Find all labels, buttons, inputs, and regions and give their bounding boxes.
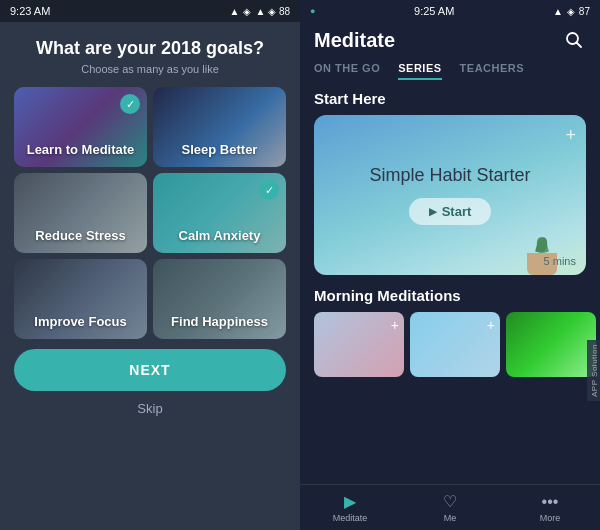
goal-card-sleep[interactable]: Sleep Better (153, 87, 286, 167)
featured-plus-icon[interactable]: + (565, 125, 576, 146)
left-content: What are your 2018 goals? Choose as many… (0, 22, 300, 530)
tabs-row: ON THE GO SERIES TEACHERS (300, 52, 600, 80)
status-icons-right: ▲ ◈ 87 (553, 6, 590, 17)
goals-subtitle: Choose as many as you like (81, 63, 219, 75)
mini-card-2[interactable]: + (410, 312, 500, 377)
nav-me-label: Me (444, 513, 457, 523)
card-label-sleep: Sleep Better (182, 142, 258, 167)
goal-card-meditate[interactable]: ✓ Learn to Meditate (14, 87, 147, 167)
card-label-stress: Reduce Stress (35, 228, 125, 253)
meditate-title: Meditate (314, 29, 395, 52)
signal-icon-right: ▲ (553, 6, 563, 17)
mini-bg-3 (506, 312, 596, 377)
mini-cards-row: + + (314, 312, 586, 377)
start-label: Start (442, 204, 472, 219)
nav-meditate-icon: ▶ (344, 492, 356, 511)
next-button[interactable]: NEXT (14, 349, 286, 391)
nav-more-label: More (540, 513, 561, 523)
time-right: 9:25 AM (414, 5, 454, 17)
nav-meditate-label: Meditate (333, 513, 368, 523)
right-scroll[interactable]: Start Here + Simple Habit Starter ▶ Star… (300, 80, 600, 484)
search-icon[interactable] (562, 28, 586, 52)
wifi-icon: ◈ (243, 6, 251, 17)
mini-plus-2[interactable]: + (487, 317, 495, 333)
right-header: Meditate (300, 22, 600, 52)
check-meditate: ✓ (120, 94, 140, 114)
nav-more[interactable]: ••• More (500, 493, 600, 523)
nav-more-icon: ••• (542, 493, 559, 511)
check-anxiety: ✓ (259, 180, 279, 200)
status-bar-left: 9:23 AM ▲ ◈ ▲ ◈ 88 (0, 0, 300, 22)
plant-area (512, 225, 572, 275)
morning-title: Morning Meditations (314, 287, 586, 304)
tab-teachers[interactable]: TEACHERS (460, 58, 525, 80)
status-icons-left: ▲ ◈ ▲ ◈ 88 (230, 6, 290, 17)
goal-card-stress[interactable]: Reduce Stress (14, 173, 147, 253)
play-icon: ▶ (429, 206, 437, 217)
featured-card: + Simple Habit Starter ▶ Start 5 mins (314, 115, 586, 275)
battery-left: ▲ ◈ 88 (255, 6, 290, 17)
goals-grid: ✓ Learn to Meditate Sleep Better Reduce … (14, 87, 286, 339)
right-panel: ● 9:25 AM ▲ ◈ 87 Meditate ON THE GO SERI… (300, 0, 600, 530)
goals-title: What are your 2018 goals? (36, 38, 264, 59)
time-left: 9:23 AM (10, 5, 50, 17)
tab-on-the-go[interactable]: ON THE GO (314, 58, 380, 80)
goal-card-focus[interactable]: Improve Focus (14, 259, 147, 339)
battery-right: 87 (579, 6, 590, 17)
duration-badge: 5 mins (544, 255, 576, 267)
skip-link[interactable]: Skip (137, 401, 162, 416)
card-label-meditate: Learn to Meditate (27, 142, 135, 167)
wifi-icon-right: ◈ (567, 6, 575, 17)
left-panel: 9:23 AM ▲ ◈ ▲ ◈ 88 What are your 2018 go… (0, 0, 300, 530)
featured-card-title: Simple Habit Starter (369, 165, 530, 186)
bottom-nav: ▶ Meditate ♡ Me ••• More (300, 484, 600, 530)
nav-meditate[interactable]: ▶ Meditate (300, 492, 400, 523)
start-button[interactable]: ▶ Start (409, 198, 492, 225)
app-solution-badge: APP Solution (587, 340, 600, 401)
mini-plus-1[interactable]: + (391, 317, 399, 333)
goal-card-anxiety[interactable]: ✓ Calm Anxiety (153, 173, 286, 253)
svg-line-1 (577, 43, 582, 48)
tab-series[interactable]: SERIES (398, 58, 441, 80)
start-here-title: Start Here (314, 90, 586, 107)
nav-me[interactable]: ♡ Me (400, 492, 500, 523)
status-bar-right: ● 9:25 AM ▲ ◈ 87 (300, 0, 600, 22)
card-label-happiness: Find Happiness (171, 314, 268, 339)
nav-me-icon: ♡ (443, 492, 457, 511)
notification-dot: ● (310, 6, 315, 16)
signal-icon: ▲ (230, 6, 240, 17)
morning-section: Morning Meditations + + (314, 287, 586, 377)
goal-card-happiness[interactable]: Find Happiness (153, 259, 286, 339)
card-label-focus: Improve Focus (34, 314, 126, 339)
mini-card-1[interactable]: + (314, 312, 404, 377)
mini-card-3[interactable] (506, 312, 596, 377)
card-label-anxiety: Calm Anxiety (179, 228, 261, 253)
